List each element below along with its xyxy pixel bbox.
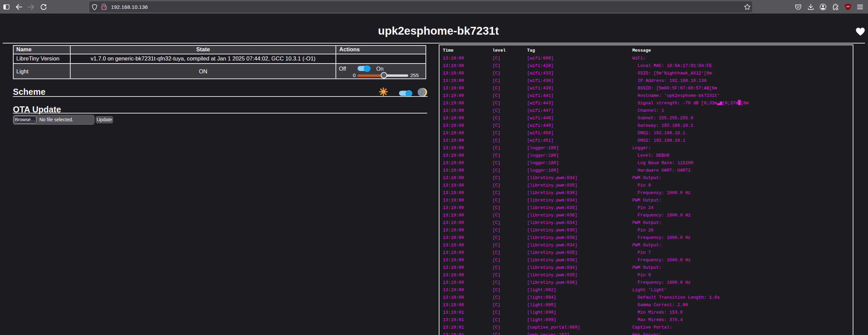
svg-text:uO: uO xyxy=(847,5,850,7)
